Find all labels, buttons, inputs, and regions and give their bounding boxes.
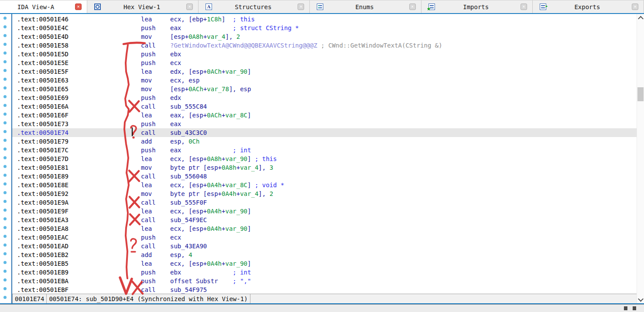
disassembly-row[interactable]: .text:00501E5Fleaedx, [esp+0ACh+var_90] <box>12 67 637 76</box>
operands: sub_555C84 <box>170 102 207 111</box>
tab-ida-view-a[interactable]: IDA View-A <box>0 0 87 13</box>
hex-view-icon <box>94 3 101 10</box>
disassembly-row[interactable]: .text:00501E79addesp, 0Ch <box>12 137 637 146</box>
address: .text:00501E7D <box>12 154 141 163</box>
disassembly-row[interactable]: .text:00501E8Eleaecx, [esp+0A4h+var_8C] … <box>12 181 637 189</box>
mnemonic: push <box>141 120 170 128</box>
disassembly-row[interactable]: .text:00501E7Dleaecx, [esp+0A8h+var_90] … <box>12 154 637 163</box>
nav-dot <box>3 113 7 116</box>
disassembly-row[interactable]: .text:00501E6Fleaeax, [esp+0ACh+var_8C] <box>12 111 637 120</box>
status-bar: 00101E74 00501E74: sub_501D90+E4 (Synchr… <box>12 294 637 303</box>
disassembly-row[interactable]: .text:00501E4Dmov[esp+0A8h+var_4], 2 <box>12 32 637 41</box>
nav-dot <box>3 130 7 133</box>
nav-dot <box>3 147 7 151</box>
operands: sub_54F9EC <box>170 216 207 224</box>
disassembly-row[interactable]: .text:00501E5Dpushebx <box>12 50 637 58</box>
tab-hex-view-1[interactable]: Hex View-1 <box>87 0 199 13</box>
nav-dot <box>3 95 7 98</box>
address: .text:00501E65 <box>12 85 141 93</box>
mnemonic: push <box>141 50 170 58</box>
disassembly-row[interactable]: .text:00501EB2addesp, 4 <box>12 250 637 259</box>
nav-dot <box>3 165 7 168</box>
disassembly-row[interactable]: .text:00501EB9pushebx ; int <box>12 268 637 277</box>
disassembly-row[interactable]: .text:00501E63movecx, esp <box>12 76 637 85</box>
close-tab-icon[interactable] <box>186 3 193 10</box>
tab-label: Exports <box>546 3 628 10</box>
disassembly-row[interactable]: .text:00501E9Fleaecx, [esp+0A4h+var_90] <box>12 207 637 216</box>
address: .text:00501E81 <box>12 163 141 172</box>
close-tab-icon[interactable] <box>409 3 416 10</box>
nav-dot <box>3 69 7 72</box>
address: .text:00501E7C <box>12 146 141 154</box>
scrollbar-thumb[interactable] <box>637 87 644 101</box>
grip-icon <box>624 306 627 310</box>
address: .text:00501E5F <box>12 67 141 76</box>
address: .text:00501EA8 <box>12 224 141 233</box>
disassembly-row[interactable]: .text:00501E74callsub_43C3C0 <box>12 128 637 137</box>
address: .text:00501EB5 <box>12 259 141 268</box>
mnemonic: lea <box>141 259 170 268</box>
comment: ; this <box>233 16 255 23</box>
operands: sub_54F975 <box>170 285 207 294</box>
address: .text:00501E6F <box>12 111 141 120</box>
disassembly-row[interactable]: .text:00501E65mov[esp+0ACh+var_78], esp <box>12 85 637 93</box>
tab-imports[interactable]: Imports <box>421 0 533 13</box>
disassembly-row[interactable]: .text:00501EA8leaecx, [esp+0A4h+var_90] <box>12 224 637 233</box>
operands: byte ptr [esp+0A4h+var_4], 2 <box>170 189 273 198</box>
scrollbar-up-arrow[interactable] <box>637 14 644 22</box>
mnemonic: mov <box>141 76 170 85</box>
close-tab-icon[interactable] <box>298 3 304 10</box>
disassembly-row[interactable]: .text:00501E69pushedx <box>12 93 637 102</box>
nav-dot <box>3 217 7 220</box>
address: .text:00501E58 <box>12 41 141 50</box>
disassembly-row[interactable]: .text:00501E5Epushecx <box>12 58 637 67</box>
exports-icon <box>540 3 546 10</box>
operands: [esp+0ACh+var_78], esp <box>170 85 251 93</box>
disassembly-row[interactable]: .text:00501EADcallsub_43EA90 <box>12 242 637 250</box>
mnemonic: add <box>141 137 170 146</box>
address: .text:00501EA3 <box>12 216 141 224</box>
disassembly-row[interactable]: .text:00501E9Acallsub_555F0F <box>12 198 637 207</box>
address: .text:00501E69 <box>12 93 141 102</box>
close-tab-icon[interactable] <box>632 3 638 10</box>
nav-dot <box>3 121 7 124</box>
disassembly-row[interactable]: .text:00501E4Cpusheax ; struct CString * <box>12 24 637 32</box>
disassembly-row[interactable]: .text:00501E92movbyte ptr [esp+0A4h+var_… <box>12 189 637 198</box>
disassembly-row[interactable]: .text:00501EA3callsub_54F9EC <box>12 216 637 224</box>
grip-icon <box>633 306 636 310</box>
disassembly-row[interactable]: .text:00501E58call?GetWindowTextA@CWnd@@… <box>12 41 637 50</box>
nav-dot <box>3 209 7 212</box>
close-tab-icon[interactable] <box>75 3 82 10</box>
operands: ecx, [esp+0A4h+var_90] <box>170 224 251 233</box>
mnemonic: mov <box>141 85 170 93</box>
nav-dot <box>3 43 7 46</box>
address: .text:00501E9A <box>12 198 141 207</box>
scrollbar-track[interactable] <box>637 22 644 295</box>
mnemonic: call <box>141 242 170 250</box>
nav-dot <box>3 78 7 81</box>
operands: ebx ; int <box>170 268 251 277</box>
operands: eax ; int <box>170 146 251 154</box>
disassembly-row[interactable]: .text:00501EBApushoffset Substr ; "," <box>12 277 637 285</box>
bottom-strip <box>0 304 644 312</box>
disassembly-row[interactable]: .text:00501EACpushecx <box>12 233 637 242</box>
disassembly-row[interactable]: .text:00501E46leaecx, [ebp+1C8h] ; this <box>12 15 637 24</box>
disassembly-row[interactable]: .text:00501E89callsub_556048 <box>12 172 637 181</box>
disassembly-row[interactable]: .text:00501E73pusheax <box>12 120 637 128</box>
disassembly-row[interactable]: .text:00501E7Cpusheax ; int <box>12 146 637 154</box>
disassembly-row[interactable]: .text:00501EBFcallsub_54F975 <box>12 285 637 294</box>
tab-label: Hex View-1 <box>101 3 183 10</box>
disassembly-row[interactable]: .text:00501E6Acallsub_555C84 <box>12 102 637 111</box>
comment: ; int <box>233 147 251 154</box>
address: .text:00501E92 <box>12 189 141 198</box>
scrollbar-down-arrow[interactable] <box>637 295 644 303</box>
vertical-scrollbar[interactable] <box>637 14 644 303</box>
disassembly-row[interactable]: .text:00501E81movbyte ptr [esp+0A8h+var_… <box>12 163 637 172</box>
disassembly-listing[interactable]: .text:00501E46leaecx, [ebp+1C8h] ; this.… <box>12 14 637 294</box>
disassembly-row[interactable]: .text:00501EB5leaecx, [esp+0A4h+var_90] <box>12 259 637 268</box>
tab-exports[interactable]: Exports <box>533 0 644 13</box>
tab-enums[interactable]: Enums <box>310 0 421 13</box>
tab-structures[interactable]: Structures <box>199 0 310 13</box>
close-tab-icon[interactable] <box>521 3 527 10</box>
nav-dot <box>3 278 7 281</box>
